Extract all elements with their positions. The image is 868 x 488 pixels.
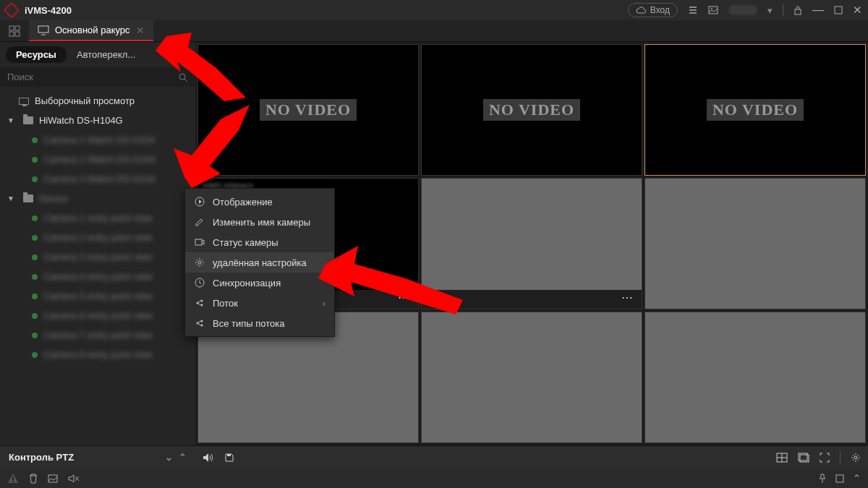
camera-dot-icon	[32, 333, 38, 338]
camera-dot-icon	[32, 137, 38, 143]
monitor-icon	[19, 98, 29, 105]
camera-icon	[194, 236, 205, 248]
svg-point-9	[179, 74, 185, 80]
volume-icon[interactable]	[203, 453, 214, 463]
video-cell[interactable]	[644, 178, 866, 309]
stream-icon	[194, 297, 205, 309]
svg-rect-20	[195, 239, 202, 245]
gear-icon[interactable]	[851, 452, 861, 463]
video-cell[interactable]: ⋯	[421, 178, 642, 309]
sidebar-tab-resources[interactable]: Ресурсы	[6, 46, 67, 63]
camera-dot-icon	[32, 352, 38, 358]
minimize-icon[interactable]: —	[812, 4, 824, 17]
tree-custom-view[interactable]: Выборочный просмотр	[0, 91, 195, 111]
cell-toolbar	[422, 290, 642, 309]
tree-camera-item[interactable]: Camera 1 entry point view	[0, 208, 195, 228]
search-icon[interactable]	[178, 72, 188, 82]
chevron-up-icon[interactable]: ⌃	[179, 452, 187, 463]
pin-icon[interactable]	[818, 473, 827, 484]
video-cell[interactable]: NO VIDEO	[197, 44, 419, 176]
svg-point-21	[198, 261, 201, 264]
context-menu: Отображение Изменить имя камеры Статус к…	[184, 188, 335, 337]
modules-button[interactable]	[0, 20, 29, 41]
svg-rect-6	[9, 32, 14, 36]
svg-point-14	[854, 456, 857, 459]
monitor-icon	[38, 25, 49, 35]
ctx-label: Поток	[213, 298, 238, 309]
expand-icon[interactable]: ⌃	[853, 473, 861, 484]
stream-all-icon	[194, 317, 205, 329]
ctx-all-streams[interactable]: Все типы потока	[185, 313, 334, 333]
login-button[interactable]: Вход	[628, 3, 678, 17]
window-icon[interactable]	[798, 452, 809, 463]
sidebar-tab-autoswitch[interactable]: Автоперекл...	[67, 46, 145, 63]
resource-tree: Выборочный просмотр ▼ HiWatch DS-H104G C…	[0, 87, 195, 445]
title-bar: iVMS-4200 Вход ▾ — ✕	[0, 0, 868, 20]
tree-camera-item[interactable]: Camera 3 entry point view	[0, 247, 195, 267]
ctx-status[interactable]: Статус камеры	[185, 232, 334, 252]
sidebar: Ресурсы Автоперекл... Выборочный просмот…	[0, 42, 195, 468]
ctx-sync[interactable]: Синхронизация	[185, 273, 334, 293]
divider	[840, 452, 841, 463]
alert-icon[interactable]	[7, 473, 19, 484]
cell-menu-icon[interactable]: ⋯	[398, 291, 411, 304]
ptz-panel-header[interactable]: Контроль PTZ ⌄ ⌃	[0, 445, 195, 468]
svg-rect-10	[227, 454, 231, 456]
video-cell-selected[interactable]: NO VIDEO	[644, 44, 866, 176]
tree-camera-item[interactable]: Camera 8 entry point view	[0, 345, 195, 364]
tree-camera-item[interactable]: Camera 1 Watch DS-H104	[0, 130, 195, 150]
tab-bar: Основной ракурс ✕	[0, 20, 868, 42]
mute-icon[interactable]	[68, 474, 80, 483]
tree-camera-item[interactable]: Camera 3 Watch DS-H104	[0, 169, 195, 189]
video-cell[interactable]	[644, 312, 866, 443]
chevron-down-icon: ▼	[7, 194, 14, 202]
cell-menu-icon[interactable]: ⋯	[621, 291, 634, 304]
image-icon[interactable]	[708, 5, 718, 15]
tab-close-icon[interactable]: ✕	[136, 25, 145, 36]
svg-rect-15	[12, 476, 14, 480]
ctx-display[interactable]: Отображение	[185, 192, 334, 212]
ctx-stream[interactable]: Поток ›	[185, 293, 334, 313]
ctx-remote-config[interactable]: удалённая настройка	[185, 252, 334, 273]
tree-device-hiwatch[interactable]: ▼ HiWatch DS-H104G	[0, 111, 195, 130]
camera-dot-icon	[32, 313, 38, 319]
edit-icon	[194, 216, 205, 228]
trash-icon[interactable]	[29, 474, 38, 484]
folder-icon	[23, 116, 33, 124]
ctx-label: Изменить имя камеры	[213, 217, 310, 228]
folder-icon	[23, 194, 33, 202]
tree-device-blurred[interactable]: ▼ Device	[0, 189, 195, 208]
svg-rect-3	[835, 7, 842, 14]
save-icon[interactable]	[224, 453, 234, 463]
list-icon[interactable]	[688, 5, 698, 15]
no-video-label: NO VIDEO	[707, 99, 804, 121]
video-cell[interactable]	[421, 312, 642, 443]
ctx-label: Отображение	[213, 197, 273, 207]
maximize-icon[interactable]	[834, 6, 843, 14]
video-toolbar	[195, 445, 868, 468]
app-logo-icon	[4, 2, 20, 19]
tree-camera-item[interactable]: Camera 7 entry point view	[0, 325, 195, 345]
tree-camera-item[interactable]: Camera 6 entry point view	[0, 306, 195, 325]
layout-icon[interactable]	[776, 452, 788, 463]
ctx-label: Все типы потока	[213, 318, 284, 329]
search-input[interactable]	[7, 72, 178, 82]
fullscreen-icon[interactable]	[820, 452, 830, 463]
tree-camera-item[interactable]: Camera 4 entry point view	[0, 267, 195, 286]
play-icon	[194, 196, 205, 207]
camera-dot-icon	[32, 215, 38, 221]
divider	[783, 4, 783, 16]
svg-point-1	[711, 8, 712, 9]
chevron-down-icon[interactable]: ⌄	[165, 452, 173, 463]
tree-camera-item[interactable]: Camera 5 entry point view	[0, 286, 195, 306]
image-icon[interactable]	[48, 474, 58, 483]
chevron-down-icon[interactable]: ▾	[767, 5, 773, 16]
tree-camera-item[interactable]: Camera 2 Watch DS-H104	[0, 150, 195, 169]
tree-camera-item[interactable]: Camera 2 entry point view	[0, 228, 195, 247]
video-cell[interactable]: NO VIDEO	[421, 44, 642, 176]
close-icon[interactable]: ✕	[853, 4, 862, 17]
lock-icon[interactable]	[793, 5, 802, 15]
panel-icon[interactable]	[835, 473, 844, 484]
tab-main-view[interactable]: Основной ракурс ✕	[29, 20, 153, 41]
ctx-rename[interactable]: Изменить имя камеры	[185, 212, 334, 232]
